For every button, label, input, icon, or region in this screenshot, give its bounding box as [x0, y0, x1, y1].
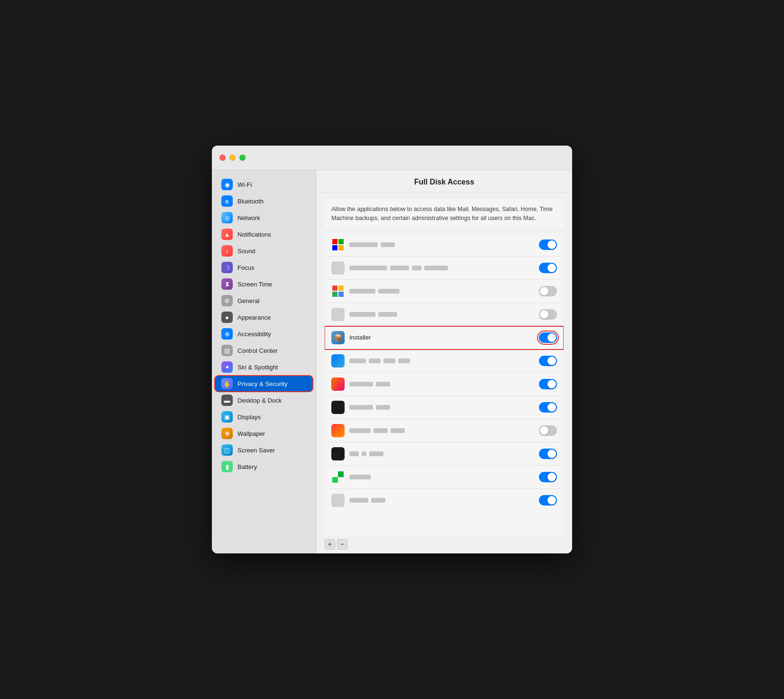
sidebar-label-wifi: Wi-Fi — [237, 181, 252, 188]
toggle-knob-app7 — [547, 380, 556, 388]
sidebar-label-controlcenter: Control Center — [237, 347, 278, 354]
app-name-installer: Installer — [349, 334, 534, 341]
toggle-knob-app8 — [547, 403, 556, 412]
toggle-knob-app10 — [547, 450, 556, 458]
app-icon-app1 — [331, 238, 345, 251]
page-title: Full Disk Access — [328, 178, 561, 186]
toggle-app10[interactable] — [539, 449, 557, 459]
minimize-button[interactable] — [229, 155, 236, 161]
sidebar-item-network[interactable]: ◎Network — [215, 210, 313, 226]
sidebar-item-siri[interactable]: ✦Siri & Spotlight — [215, 359, 313, 375]
controlcenter-icon: ▤ — [221, 345, 233, 356]
focus-icon: ☽ — [221, 262, 233, 273]
app-icon-app8 — [331, 401, 345, 414]
sidebar-item-screentime[interactable]: ⧗Screen Time — [215, 276, 313, 292]
app-row-installer: 📦Installer — [325, 326, 564, 350]
displays-icon: ▣ — [221, 411, 233, 423]
screensaver-icon: ◫ — [221, 444, 233, 456]
sidebar-item-displays[interactable]: ▣Displays — [215, 409, 313, 425]
app-row-app4 — [325, 303, 564, 326]
sidebar-item-sound[interactable]: ♪Sound — [215, 243, 313, 259]
toggle-app4[interactable] — [539, 309, 557, 320]
sidebar-label-privacy: Privacy & Security — [237, 380, 287, 387]
app-row-app7 — [325, 373, 564, 396]
privacy-icon: ✋ — [221, 378, 233, 389]
app-icon-app9 — [331, 424, 345, 437]
sidebar-label-screensaver: Screen Saver — [237, 447, 275, 454]
toggle-app7[interactable] — [539, 379, 557, 389]
sidebar-label-bluetooth: Bluetooth — [237, 198, 264, 205]
sidebar-item-controlcenter[interactable]: ▤Control Center — [215, 342, 313, 359]
desktop-icon: ▬ — [221, 395, 233, 406]
toggle-knob-app11 — [547, 473, 556, 481]
sidebar-item-appearance[interactable]: ●Appearance — [215, 309, 313, 325]
sidebar-item-focus[interactable]: ☽Focus — [215, 259, 313, 276]
sidebar: ◉Wi-FiʙBluetooth◎Network▲Notifications♪S… — [212, 170, 316, 553]
app-name-app4 — [349, 312, 534, 317]
app-row-app11 — [325, 466, 564, 489]
sidebar-label-desktop: Desktop & Dock — [237, 397, 282, 404]
sidebar-label-siri: Siri & Spotlight — [237, 364, 278, 371]
settings-window: ◉Wi-FiʙBluetooth◎Network▲Notifications♪S… — [212, 146, 572, 553]
toggle-knob-app6 — [547, 357, 556, 365]
sidebar-label-notifications: Notifications — [237, 231, 271, 238]
sidebar-label-screentime: Screen Time — [237, 281, 272, 288]
toggle-app12[interactable] — [539, 495, 557, 506]
toggle-app9[interactable] — [539, 425, 557, 436]
sidebar-item-battery[interactable]: ▮Battery — [215, 459, 313, 475]
sidebar-label-battery: Battery — [237, 463, 257, 470]
app-icon-app11 — [331, 470, 345, 484]
app-row-app9 — [325, 419, 564, 442]
app-row-app10 — [325, 442, 564, 466]
sidebar-item-privacy[interactable]: ✋Privacy & Security — [215, 376, 313, 392]
toggle-app3[interactable] — [539, 286, 557, 296]
sidebar-label-network: Network — [237, 214, 260, 221]
toggle-app1[interactable] — [539, 239, 557, 250]
sidebar-item-screensaver[interactable]: ◫Screen Saver — [215, 442, 313, 458]
toggle-knob-app4 — [540, 310, 548, 319]
toggle-app6[interactable] — [539, 356, 557, 366]
description-text: Allow the applications below to access d… — [325, 199, 564, 229]
sidebar-label-focus: Focus — [237, 264, 254, 271]
sidebar-item-wifi[interactable]: ◉Wi-Fi — [215, 176, 313, 193]
maximize-button[interactable] — [239, 155, 246, 161]
app-name-app10 — [349, 451, 534, 456]
sidebar-item-desktop[interactable]: ▬Desktop & Dock — [215, 392, 313, 408]
sidebar-item-notifications[interactable]: ▲Notifications — [215, 226, 313, 242]
app-name-app6 — [349, 359, 534, 363]
app-row-app3 — [325, 280, 564, 303]
app-icon-app6 — [331, 354, 345, 368]
toggle-knob-app12 — [547, 496, 556, 505]
network-icon: ◎ — [221, 212, 233, 223]
content-area: ◉Wi-FiʙBluetooth◎Network▲Notifications♪S… — [212, 170, 572, 553]
toggle-app8[interactable] — [539, 402, 557, 413]
main-content: Full Disk Access Allow the applications … — [316, 170, 572, 553]
close-button[interactable] — [219, 155, 226, 161]
toggle-app11[interactable] — [539, 472, 557, 482]
sidebar-label-sound: Sound — [237, 248, 255, 255]
app-row-app8 — [325, 396, 564, 419]
bluetooth-icon: ʙ — [221, 195, 233, 207]
siri-icon: ✦ — [221, 361, 233, 373]
add-app-button[interactable]: + — [325, 539, 335, 550]
toggle-app2[interactable] — [539, 263, 557, 273]
remove-app-button[interactable]: − — [337, 539, 347, 550]
app-name-app7 — [349, 382, 534, 386]
sidebar-item-wallpaper[interactable]: ❋Wallpaper — [215, 425, 313, 441]
app-name-app8 — [349, 405, 534, 410]
toggle-knob-installer — [547, 333, 556, 342]
app-icon-app2 — [331, 261, 345, 275]
titlebar — [212, 146, 572, 170]
toggle-knob-app2 — [547, 264, 556, 272]
sidebar-label-general: General — [237, 297, 259, 304]
sidebar-item-bluetooth[interactable]: ʙBluetooth — [215, 193, 313, 209]
battery-icon: ▮ — [221, 461, 233, 472]
wifi-icon: ◉ — [221, 179, 233, 190]
app-row-app2 — [325, 257, 564, 280]
general-icon: ⚙ — [221, 295, 233, 306]
wallpaper-icon: ❋ — [221, 428, 233, 439]
toggle-installer[interactable] — [539, 332, 557, 343]
sidebar-item-general[interactable]: ⚙General — [215, 293, 313, 309]
sidebar-item-accessibility[interactable]: ⊕Accessibility — [215, 326, 313, 342]
app-icon-app3 — [331, 285, 345, 298]
